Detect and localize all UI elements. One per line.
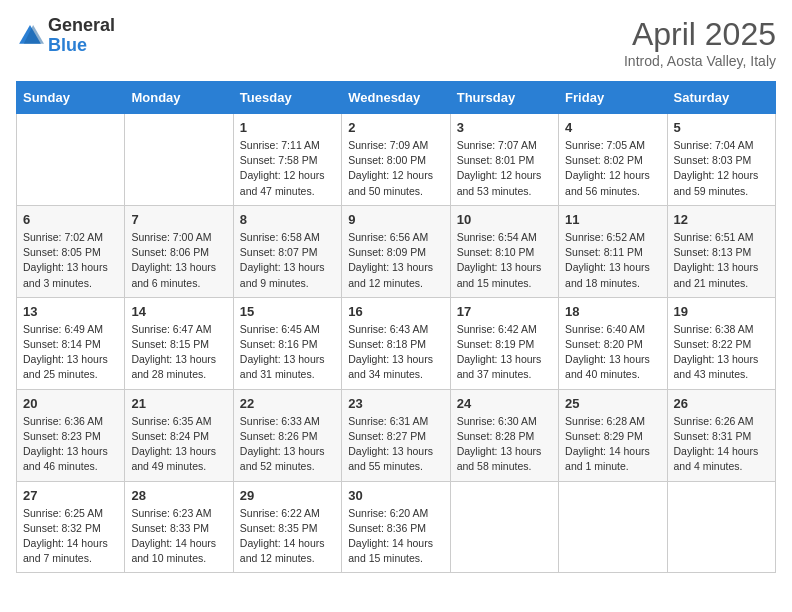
day-number: 19 xyxy=(674,304,769,319)
day-info: Sunrise: 7:09 AM Sunset: 8:00 PM Dayligh… xyxy=(348,138,443,199)
day-info: Sunrise: 6:20 AM Sunset: 8:36 PM Dayligh… xyxy=(348,506,443,567)
day-info: Sunrise: 6:49 AM Sunset: 8:14 PM Dayligh… xyxy=(23,322,118,383)
day-info: Sunrise: 6:45 AM Sunset: 8:16 PM Dayligh… xyxy=(240,322,335,383)
day-header-monday: Monday xyxy=(125,82,233,114)
calendar-cell: 17 Sunrise: 6:42 AM Sunset: 8:19 PM Dayl… xyxy=(450,297,558,389)
day-number: 3 xyxy=(457,120,552,135)
day-info: Sunrise: 7:02 AM Sunset: 8:05 PM Dayligh… xyxy=(23,230,118,291)
logo-blue: Blue xyxy=(48,36,115,56)
day-number: 15 xyxy=(240,304,335,319)
day-info: Sunrise: 6:51 AM Sunset: 8:13 PM Dayligh… xyxy=(674,230,769,291)
calendar-cell: 3 Sunrise: 7:07 AM Sunset: 8:01 PM Dayli… xyxy=(450,114,558,206)
calendar-cell: 25 Sunrise: 6:28 AM Sunset: 8:29 PM Dayl… xyxy=(559,389,667,481)
day-number: 13 xyxy=(23,304,118,319)
day-number: 1 xyxy=(240,120,335,135)
month-title: April 2025 xyxy=(624,16,776,53)
calendar-week-row: 27 Sunrise: 6:25 AM Sunset: 8:32 PM Dayl… xyxy=(17,481,776,573)
day-number: 5 xyxy=(674,120,769,135)
day-number: 18 xyxy=(565,304,660,319)
day-info: Sunrise: 6:40 AM Sunset: 8:20 PM Dayligh… xyxy=(565,322,660,383)
calendar-cell: 22 Sunrise: 6:33 AM Sunset: 8:26 PM Dayl… xyxy=(233,389,341,481)
day-info: Sunrise: 6:30 AM Sunset: 8:28 PM Dayligh… xyxy=(457,414,552,475)
day-info: Sunrise: 6:43 AM Sunset: 8:18 PM Dayligh… xyxy=(348,322,443,383)
calendar-cell: 18 Sunrise: 6:40 AM Sunset: 8:20 PM Dayl… xyxy=(559,297,667,389)
calendar-week-row: 20 Sunrise: 6:36 AM Sunset: 8:23 PM Dayl… xyxy=(17,389,776,481)
calendar-cell: 20 Sunrise: 6:36 AM Sunset: 8:23 PM Dayl… xyxy=(17,389,125,481)
calendar-week-row: 6 Sunrise: 7:02 AM Sunset: 8:05 PM Dayli… xyxy=(17,205,776,297)
title-area: April 2025 Introd, Aosta Valley, Italy xyxy=(624,16,776,69)
day-number: 8 xyxy=(240,212,335,227)
calendar-week-row: 13 Sunrise: 6:49 AM Sunset: 8:14 PM Dayl… xyxy=(17,297,776,389)
day-number: 26 xyxy=(674,396,769,411)
day-info: Sunrise: 6:56 AM Sunset: 8:09 PM Dayligh… xyxy=(348,230,443,291)
day-header-wednesday: Wednesday xyxy=(342,82,450,114)
day-info: Sunrise: 7:05 AM Sunset: 8:02 PM Dayligh… xyxy=(565,138,660,199)
calendar-cell: 13 Sunrise: 6:49 AM Sunset: 8:14 PM Dayl… xyxy=(17,297,125,389)
day-number: 10 xyxy=(457,212,552,227)
day-number: 23 xyxy=(348,396,443,411)
day-info: Sunrise: 7:11 AM Sunset: 7:58 PM Dayligh… xyxy=(240,138,335,199)
day-number: 7 xyxy=(131,212,226,227)
day-number: 9 xyxy=(348,212,443,227)
day-info: Sunrise: 6:35 AM Sunset: 8:24 PM Dayligh… xyxy=(131,414,226,475)
day-number: 22 xyxy=(240,396,335,411)
calendar-cell xyxy=(559,481,667,573)
day-number: 29 xyxy=(240,488,335,503)
calendar-header-row: SundayMondayTuesdayWednesdayThursdayFrid… xyxy=(17,82,776,114)
day-info: Sunrise: 6:52 AM Sunset: 8:11 PM Dayligh… xyxy=(565,230,660,291)
calendar-cell: 23 Sunrise: 6:31 AM Sunset: 8:27 PM Dayl… xyxy=(342,389,450,481)
calendar-cell: 30 Sunrise: 6:20 AM Sunset: 8:36 PM Dayl… xyxy=(342,481,450,573)
calendar-cell: 11 Sunrise: 6:52 AM Sunset: 8:11 PM Dayl… xyxy=(559,205,667,297)
calendar-cell: 26 Sunrise: 6:26 AM Sunset: 8:31 PM Dayl… xyxy=(667,389,775,481)
day-header-saturday: Saturday xyxy=(667,82,775,114)
day-info: Sunrise: 6:23 AM Sunset: 8:33 PM Dayligh… xyxy=(131,506,226,567)
calendar-cell: 6 Sunrise: 7:02 AM Sunset: 8:05 PM Dayli… xyxy=(17,205,125,297)
calendar-cell: 19 Sunrise: 6:38 AM Sunset: 8:22 PM Dayl… xyxy=(667,297,775,389)
calendar-cell: 8 Sunrise: 6:58 AM Sunset: 8:07 PM Dayli… xyxy=(233,205,341,297)
calendar-cell: 15 Sunrise: 6:45 AM Sunset: 8:16 PM Dayl… xyxy=(233,297,341,389)
calendar-cell xyxy=(450,481,558,573)
calendar-cell: 27 Sunrise: 6:25 AM Sunset: 8:32 PM Dayl… xyxy=(17,481,125,573)
day-number: 30 xyxy=(348,488,443,503)
day-number: 20 xyxy=(23,396,118,411)
calendar-cell: 7 Sunrise: 7:00 AM Sunset: 8:06 PM Dayli… xyxy=(125,205,233,297)
logo-text: General Blue xyxy=(48,16,115,56)
calendar-cell: 16 Sunrise: 6:43 AM Sunset: 8:18 PM Dayl… xyxy=(342,297,450,389)
calendar-cell xyxy=(125,114,233,206)
day-info: Sunrise: 7:00 AM Sunset: 8:06 PM Dayligh… xyxy=(131,230,226,291)
day-header-sunday: Sunday xyxy=(17,82,125,114)
calendar-cell: 14 Sunrise: 6:47 AM Sunset: 8:15 PM Dayl… xyxy=(125,297,233,389)
day-number: 11 xyxy=(565,212,660,227)
day-info: Sunrise: 6:36 AM Sunset: 8:23 PM Dayligh… xyxy=(23,414,118,475)
calendar-cell: 2 Sunrise: 7:09 AM Sunset: 8:00 PM Dayli… xyxy=(342,114,450,206)
day-info: Sunrise: 6:33 AM Sunset: 8:26 PM Dayligh… xyxy=(240,414,335,475)
calendar-cell: 4 Sunrise: 7:05 AM Sunset: 8:02 PM Dayli… xyxy=(559,114,667,206)
day-number: 27 xyxy=(23,488,118,503)
calendar-cell xyxy=(17,114,125,206)
day-info: Sunrise: 7:04 AM Sunset: 8:03 PM Dayligh… xyxy=(674,138,769,199)
day-info: Sunrise: 6:31 AM Sunset: 8:27 PM Dayligh… xyxy=(348,414,443,475)
day-header-friday: Friday xyxy=(559,82,667,114)
day-number: 24 xyxy=(457,396,552,411)
day-info: Sunrise: 6:22 AM Sunset: 8:35 PM Dayligh… xyxy=(240,506,335,567)
day-number: 25 xyxy=(565,396,660,411)
day-number: 6 xyxy=(23,212,118,227)
day-info: Sunrise: 6:54 AM Sunset: 8:10 PM Dayligh… xyxy=(457,230,552,291)
day-info: Sunrise: 6:58 AM Sunset: 8:07 PM Dayligh… xyxy=(240,230,335,291)
calendar-cell: 24 Sunrise: 6:30 AM Sunset: 8:28 PM Dayl… xyxy=(450,389,558,481)
calendar-cell: 21 Sunrise: 6:35 AM Sunset: 8:24 PM Dayl… xyxy=(125,389,233,481)
day-header-thursday: Thursday xyxy=(450,82,558,114)
calendar-cell: 9 Sunrise: 6:56 AM Sunset: 8:09 PM Dayli… xyxy=(342,205,450,297)
calendar-table: SundayMondayTuesdayWednesdayThursdayFrid… xyxy=(16,81,776,573)
calendar-cell xyxy=(667,481,775,573)
day-info: Sunrise: 6:28 AM Sunset: 8:29 PM Dayligh… xyxy=(565,414,660,475)
calendar-cell: 28 Sunrise: 6:23 AM Sunset: 8:33 PM Dayl… xyxy=(125,481,233,573)
day-info: Sunrise: 6:38 AM Sunset: 8:22 PM Dayligh… xyxy=(674,322,769,383)
day-number: 14 xyxy=(131,304,226,319)
day-info: Sunrise: 6:47 AM Sunset: 8:15 PM Dayligh… xyxy=(131,322,226,383)
logo: General Blue xyxy=(16,16,115,56)
calendar-cell: 12 Sunrise: 6:51 AM Sunset: 8:13 PM Dayl… xyxy=(667,205,775,297)
day-number: 21 xyxy=(131,396,226,411)
day-number: 2 xyxy=(348,120,443,135)
day-number: 12 xyxy=(674,212,769,227)
